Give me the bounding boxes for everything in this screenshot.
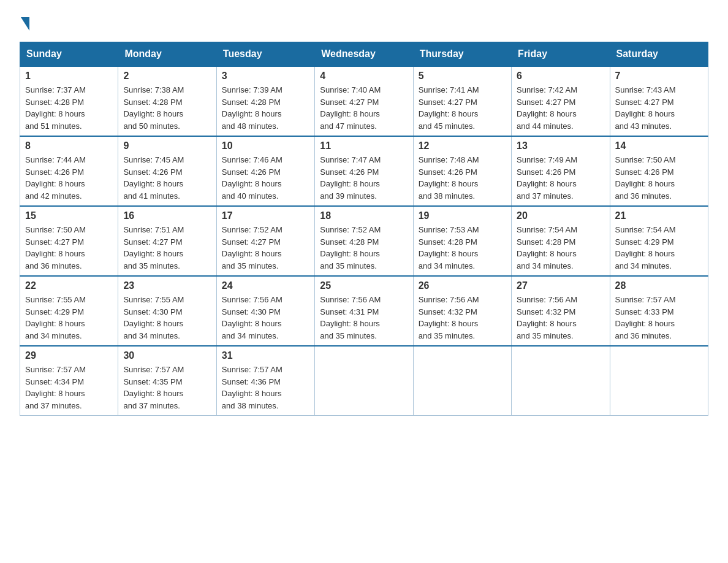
calendar-cell: 18 Sunrise: 7:52 AM Sunset: 4:28 PM Dayl… xyxy=(315,206,413,276)
calendar-week-2: 8 Sunrise: 7:44 AM Sunset: 4:26 PM Dayli… xyxy=(20,136,708,206)
day-number: 8 xyxy=(25,140,113,151)
calendar-cell: 12 Sunrise: 7:48 AM Sunset: 4:26 PM Dayl… xyxy=(413,136,511,206)
day-number: 24 xyxy=(222,280,309,291)
day-info: Sunrise: 7:50 AM Sunset: 4:26 PM Dayligh… xyxy=(615,154,703,202)
calendar-cell: 31 Sunrise: 7:57 AM Sunset: 4:36 PM Dayl… xyxy=(216,346,314,416)
day-info: Sunrise: 7:55 AM Sunset: 4:29 PM Dayligh… xyxy=(25,294,113,342)
day-number: 22 xyxy=(25,280,113,291)
day-number: 5 xyxy=(419,71,506,82)
day-info: Sunrise: 7:50 AM Sunset: 4:27 PM Dayligh… xyxy=(25,224,113,272)
day-info: Sunrise: 7:41 AM Sunset: 4:27 PM Dayligh… xyxy=(419,84,506,132)
day-info: Sunrise: 7:47 AM Sunset: 4:26 PM Dayligh… xyxy=(320,154,408,202)
day-number: 15 xyxy=(25,210,113,221)
day-number: 2 xyxy=(123,71,211,82)
day-number: 23 xyxy=(123,280,211,291)
calendar-cell: 4 Sunrise: 7:40 AM Sunset: 4:27 PM Dayli… xyxy=(315,66,413,136)
calendar-week-5: 29 Sunrise: 7:57 AM Sunset: 4:34 PM Dayl… xyxy=(20,346,708,416)
calendar-cell: 20 Sunrise: 7:54 AM Sunset: 4:28 PM Dayl… xyxy=(512,206,610,276)
day-info: Sunrise: 7:43 AM Sunset: 4:27 PM Dayligh… xyxy=(615,84,703,132)
day-info: Sunrise: 7:39 AM Sunset: 4:28 PM Dayligh… xyxy=(222,84,309,132)
day-info: Sunrise: 7:55 AM Sunset: 4:30 PM Dayligh… xyxy=(123,294,211,342)
day-info: Sunrise: 7:49 AM Sunset: 4:26 PM Dayligh… xyxy=(517,154,604,202)
calendar-cell: 24 Sunrise: 7:56 AM Sunset: 4:30 PM Dayl… xyxy=(216,276,314,346)
calendar-cell: 5 Sunrise: 7:41 AM Sunset: 4:27 PM Dayli… xyxy=(413,66,511,136)
day-info: Sunrise: 7:56 AM Sunset: 4:32 PM Dayligh… xyxy=(419,294,506,342)
calendar-cell: 28 Sunrise: 7:57 AM Sunset: 4:33 PM Dayl… xyxy=(610,276,708,346)
day-number: 14 xyxy=(615,140,703,151)
day-header-thursday: Thursday xyxy=(413,42,511,67)
day-number: 10 xyxy=(222,140,309,151)
calendar-week-1: 1 Sunrise: 7:37 AM Sunset: 4:28 PM Dayli… xyxy=(20,66,708,136)
day-info: Sunrise: 7:51 AM Sunset: 4:27 PM Dayligh… xyxy=(123,224,211,272)
page-header xyxy=(20,15,708,29)
day-info: Sunrise: 7:53 AM Sunset: 4:28 PM Dayligh… xyxy=(419,224,506,272)
day-number: 20 xyxy=(517,210,604,221)
calendar-cell: 10 Sunrise: 7:46 AM Sunset: 4:26 PM Dayl… xyxy=(216,136,314,206)
day-info: Sunrise: 7:40 AM Sunset: 4:27 PM Dayligh… xyxy=(320,84,408,132)
calendar-cell: 23 Sunrise: 7:55 AM Sunset: 4:30 PM Dayl… xyxy=(118,276,216,346)
calendar-cell: 15 Sunrise: 7:50 AM Sunset: 4:27 PM Dayl… xyxy=(20,206,118,276)
day-info: Sunrise: 7:46 AM Sunset: 4:26 PM Dayligh… xyxy=(222,154,309,202)
day-number: 3 xyxy=(222,71,309,82)
calendar-cell: 27 Sunrise: 7:56 AM Sunset: 4:32 PM Dayl… xyxy=(512,276,610,346)
calendar-week-3: 15 Sunrise: 7:50 AM Sunset: 4:27 PM Dayl… xyxy=(20,206,708,276)
calendar-cell: 29 Sunrise: 7:57 AM Sunset: 4:34 PM Dayl… xyxy=(20,346,118,416)
day-number: 1 xyxy=(25,71,113,82)
day-info: Sunrise: 7:56 AM Sunset: 4:31 PM Dayligh… xyxy=(320,294,408,342)
day-number: 26 xyxy=(419,280,506,291)
calendar-cell: 6 Sunrise: 7:42 AM Sunset: 4:27 PM Dayli… xyxy=(512,66,610,136)
day-number: 6 xyxy=(517,71,604,82)
day-info: Sunrise: 7:54 AM Sunset: 4:28 PM Dayligh… xyxy=(517,224,604,272)
day-number: 17 xyxy=(222,210,309,221)
calendar-cell xyxy=(512,346,610,416)
logo xyxy=(20,15,29,29)
calendar-table: SundayMondayTuesdayWednesdayThursdayFrid… xyxy=(20,42,708,416)
calendar-cell: 11 Sunrise: 7:47 AM Sunset: 4:26 PM Dayl… xyxy=(315,136,413,206)
day-number: 13 xyxy=(517,140,604,151)
day-info: Sunrise: 7:48 AM Sunset: 4:26 PM Dayligh… xyxy=(419,154,506,202)
day-info: Sunrise: 7:38 AM Sunset: 4:28 PM Dayligh… xyxy=(123,84,211,132)
day-info: Sunrise: 7:57 AM Sunset: 4:36 PM Dayligh… xyxy=(222,364,309,412)
calendar-cell xyxy=(315,346,413,416)
calendar-cell: 9 Sunrise: 7:45 AM Sunset: 4:26 PM Dayli… xyxy=(118,136,216,206)
day-number: 11 xyxy=(320,140,408,151)
calendar-cell: 21 Sunrise: 7:54 AM Sunset: 4:29 PM Dayl… xyxy=(610,206,708,276)
day-number: 16 xyxy=(123,210,211,221)
day-number: 19 xyxy=(419,210,506,221)
day-info: Sunrise: 7:54 AM Sunset: 4:29 PM Dayligh… xyxy=(615,224,703,272)
day-info: Sunrise: 7:44 AM Sunset: 4:26 PM Dayligh… xyxy=(25,154,113,202)
calendar-cell: 14 Sunrise: 7:50 AM Sunset: 4:26 PM Dayl… xyxy=(610,136,708,206)
calendar-cell: 19 Sunrise: 7:53 AM Sunset: 4:28 PM Dayl… xyxy=(413,206,511,276)
calendar-cell: 17 Sunrise: 7:52 AM Sunset: 4:27 PM Dayl… xyxy=(216,206,314,276)
day-number: 29 xyxy=(25,350,113,361)
calendar-cell: 13 Sunrise: 7:49 AM Sunset: 4:26 PM Dayl… xyxy=(512,136,610,206)
calendar-cell: 25 Sunrise: 7:56 AM Sunset: 4:31 PM Dayl… xyxy=(315,276,413,346)
day-info: Sunrise: 7:56 AM Sunset: 4:30 PM Dayligh… xyxy=(222,294,309,342)
logo-arrow-icon xyxy=(21,17,29,31)
calendar-cell: 22 Sunrise: 7:55 AM Sunset: 4:29 PM Dayl… xyxy=(20,276,118,346)
day-number: 25 xyxy=(320,280,408,291)
day-header-saturday: Saturday xyxy=(610,42,708,67)
day-header-friday: Friday xyxy=(512,42,610,67)
day-number: 12 xyxy=(419,140,506,151)
day-number: 18 xyxy=(320,210,408,221)
calendar-cell xyxy=(413,346,511,416)
day-number: 31 xyxy=(222,350,309,361)
day-info: Sunrise: 7:42 AM Sunset: 4:27 PM Dayligh… xyxy=(517,84,604,132)
day-number: 30 xyxy=(123,350,211,361)
day-number: 4 xyxy=(320,71,408,82)
day-header-tuesday: Tuesday xyxy=(216,42,314,67)
day-info: Sunrise: 7:57 AM Sunset: 4:33 PM Dayligh… xyxy=(615,294,703,342)
day-info: Sunrise: 7:52 AM Sunset: 4:27 PM Dayligh… xyxy=(222,224,309,272)
calendar-cell: 16 Sunrise: 7:51 AM Sunset: 4:27 PM Dayl… xyxy=(118,206,216,276)
day-number: 27 xyxy=(517,280,604,291)
calendar-cell: 3 Sunrise: 7:39 AM Sunset: 4:28 PM Dayli… xyxy=(216,66,314,136)
calendar-cell: 30 Sunrise: 7:57 AM Sunset: 4:35 PM Dayl… xyxy=(118,346,216,416)
day-header-wednesday: Wednesday xyxy=(315,42,413,67)
day-number: 21 xyxy=(615,210,703,221)
calendar-cell: 7 Sunrise: 7:43 AM Sunset: 4:27 PM Dayli… xyxy=(610,66,708,136)
day-info: Sunrise: 7:37 AM Sunset: 4:28 PM Dayligh… xyxy=(25,84,113,132)
day-number: 7 xyxy=(615,71,703,82)
day-number: 28 xyxy=(615,280,703,291)
day-number: 9 xyxy=(123,140,211,151)
